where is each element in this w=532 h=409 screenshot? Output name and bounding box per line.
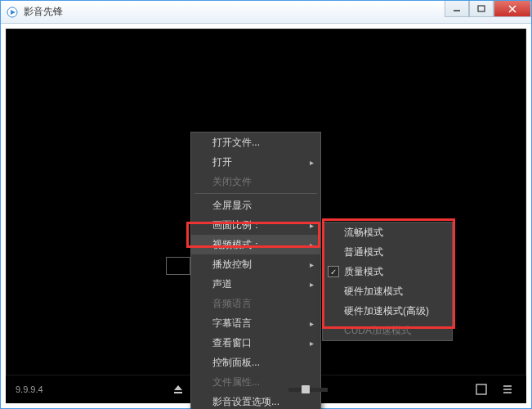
submenu-item-label: 硬件加速模式(高级) [344,304,429,318]
submenu-item-label: 质量模式 [344,265,383,279]
menu-item[interactable]: 视频模式： [191,235,320,254]
menu-item-label: 字幕语言 [212,317,252,330]
menu-item[interactable]: 打开 [191,152,320,172]
menu-item-label: 查看窗口 [212,336,252,350]
volume-slider[interactable] [288,388,328,392]
svg-rect-3 [478,6,485,11]
menu-item-label: 声道 [212,277,232,291]
submenu-item-label: 流畅模式 [344,226,383,240]
submenu-item-label: 硬件加速模式 [344,285,403,299]
menu-item-label: 控制面板... [212,356,260,370]
app-window: 影音先锋 ny 打开文件...打开关闭文件全屏显示画面比例：视频模式：播放控制声… [0,0,532,409]
submenu-item[interactable]: 硬件加速模式 [323,281,452,301]
context-menu[interactable]: 打开文件...打开关闭文件全屏显示画面比例：视频模式：播放控制声道音频语言字幕语… [190,132,321,409]
fullscreen-button[interactable] [472,384,490,395]
menu-item[interactable]: 打开文件... [191,133,320,152]
menu-item-label: 打开 [212,155,232,169]
maximize-button[interactable] [469,1,494,17]
menu-item-label: 播放控制 [212,258,252,272]
version-label: 9.9.9.4 [16,384,43,394]
menu-item-label: 视频模式： [212,238,262,252]
video-area[interactable]: ny 打开文件...打开关闭文件全屏显示画面比例：视频模式：播放控制声道音频语言… [6,29,526,375]
menu-item[interactable]: 全屏显示 [191,196,320,215]
menu-item[interactable]: 控制面板... [191,353,320,372]
menu-item-label: 文件属性... [212,375,260,389]
menu-item-label: 画面比例： [212,218,262,232]
submenu-item[interactable]: 流畅模式 [323,222,452,242]
context-submenu-video-mode[interactable]: 流畅模式普通模式✓质量模式硬件加速模式硬件加速模式(高级)CUDA加速模式 [322,222,453,341]
app-icon [6,6,19,19]
menu-item-label: 影音设置选项... [212,395,279,409]
menu-item: 音频语言 [191,294,320,313]
svg-rect-7 [174,392,182,393]
playlist-button[interactable] [498,384,516,395]
menu-item-label: 全屏显示 [212,199,252,213]
volume-knob[interactable] [302,385,310,393]
menu-item-label: 关闭文件 [212,175,252,189]
menu-item[interactable]: 查看窗口 [191,333,320,353]
submenu-item[interactable]: 普通模式 [323,242,452,262]
menu-item-label: 打开文件... [212,136,260,150]
menu-item[interactable]: 字幕语言 [191,313,320,333]
svg-marker-6 [174,385,182,390]
menu-item-label: 音频语言 [212,297,252,311]
menu-item: 关闭文件 [191,172,320,191]
submenu-item[interactable]: 硬件加速模式(高级) [323,301,452,321]
submenu-item: CUDA加速模式 [323,321,452,340]
check-icon: ✓ [328,266,339,277]
client-area: ny 打开文件...打开关闭文件全屏显示画面比例：视频模式：播放控制声道音频语言… [1,24,531,408]
minimize-button[interactable] [445,1,469,17]
background-box [166,257,190,275]
window-buttons [445,1,531,17]
window-title: 影音先锋 [24,5,63,19]
close-button[interactable] [494,1,531,17]
menu-item[interactable]: 声道 [191,274,320,294]
menu-item[interactable]: 播放控制 [191,254,320,274]
titlebar[interactable]: 影音先锋 [1,1,531,24]
eject-button[interactable] [169,384,187,395]
submenu-item-label: CUDA加速模式 [344,324,411,338]
submenu-item-label: 普通模式 [344,245,383,259]
menu-item[interactable]: 影音设置选项... [191,392,320,409]
svg-rect-15 [476,384,486,394]
submenu-item[interactable]: ✓质量模式 [323,262,452,281]
menu-item[interactable]: 画面比例： [191,215,320,235]
